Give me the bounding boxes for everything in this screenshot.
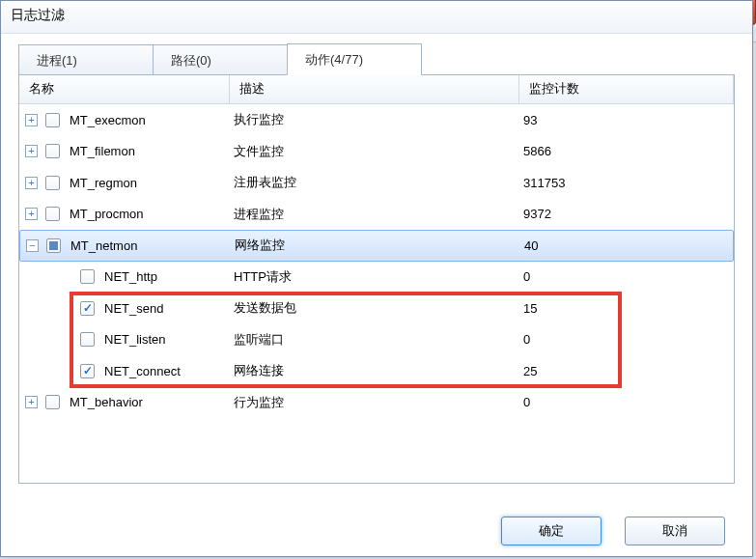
table-row[interactable]: NET_connect网络连接25 bbox=[19, 355, 734, 387]
tab-label: 路径(0) bbox=[171, 52, 211, 70]
table-row[interactable]: NET_listen监听端口0 bbox=[19, 324, 734, 356]
expand-icon[interactable]: + bbox=[25, 145, 38, 157]
row-name: MT_regmon bbox=[70, 176, 137, 190]
column-count[interactable]: 监控计数 bbox=[519, 75, 734, 103]
row-name: MT_filemon bbox=[70, 144, 135, 158]
row-desc: 行为监控 bbox=[230, 394, 519, 411]
dialog-footer: 确定 取消 bbox=[1, 506, 752, 556]
row-desc: 文件监控 bbox=[230, 143, 519, 160]
row-count: 311753 bbox=[519, 176, 734, 190]
table-row[interactable]: +MT_behavior行为监控0 bbox=[19, 387, 734, 419]
row-count: 15 bbox=[519, 301, 734, 316]
table-row[interactable]: +MT_regmon注册表监控311753 bbox=[19, 167, 734, 199]
ok-button[interactable]: 确定 bbox=[501, 517, 602, 545]
tab-process[interactable]: 进程(1) bbox=[18, 44, 154, 75]
dialog-title: 日志过滤 bbox=[1, 1, 752, 34]
table-row[interactable]: NET_send发送数据包15 bbox=[19, 293, 734, 324]
expand-icon[interactable]: + bbox=[25, 208, 38, 220]
table-row[interactable]: +MT_procmon进程监控9372 bbox=[19, 199, 734, 231]
row-count: 0 bbox=[519, 269, 734, 284]
row-desc: HTTP请求 bbox=[230, 268, 519, 286]
row-count: 25 bbox=[519, 364, 734, 378]
expand-icon[interactable]: + bbox=[25, 177, 38, 189]
checkbox[interactable] bbox=[80, 332, 95, 347]
column-desc[interactable]: 描述 bbox=[230, 75, 519, 103]
tab-action[interactable]: 动作(4/77) bbox=[287, 43, 422, 75]
tab-bar: 进程(1) 路径(0) 动作(4/77) bbox=[18, 43, 735, 74]
filter-grid: 名称 描述 监控计数 +MT_execmon执行监控93+MT_filemon文… bbox=[18, 74, 735, 484]
tab-label: 进程(1) bbox=[37, 52, 77, 70]
row-name: MT_netmon bbox=[70, 238, 137, 253]
row-count: 93 bbox=[519, 113, 734, 127]
expand-placeholder bbox=[60, 302, 72, 315]
checkbox[interactable] bbox=[45, 207, 60, 221]
row-desc: 注册表监控 bbox=[230, 174, 519, 191]
checkbox[interactable] bbox=[46, 238, 61, 253]
tab-path[interactable]: 路径(0) bbox=[153, 44, 288, 75]
row-desc: 网络监控 bbox=[231, 237, 520, 254]
row-count: 0 bbox=[519, 395, 734, 409]
row-name: NET_send bbox=[104, 301, 163, 316]
table-row[interactable]: −MT_netmon网络监控40 bbox=[19, 230, 734, 262]
checkbox[interactable] bbox=[45, 176, 60, 190]
grid-header: 名称 描述 监控计数 bbox=[19, 75, 734, 104]
expand-icon[interactable]: + bbox=[25, 396, 38, 408]
row-name: NET_http bbox=[104, 269, 157, 284]
checkbox[interactable] bbox=[80, 364, 95, 378]
checkbox[interactable] bbox=[45, 395, 60, 409]
expand-icon[interactable]: + bbox=[25, 114, 38, 126]
collapse-icon[interactable]: − bbox=[26, 239, 39, 252]
row-name: MT_behavior bbox=[70, 395, 143, 409]
row-count: 40 bbox=[520, 238, 733, 253]
checkbox[interactable] bbox=[80, 269, 95, 284]
row-desc: 监听端口 bbox=[230, 331, 519, 349]
row-name: MT_execmon bbox=[70, 113, 146, 127]
row-name: NET_connect bbox=[104, 364, 181, 378]
expand-placeholder bbox=[60, 270, 72, 283]
row-desc: 网络连接 bbox=[230, 362, 519, 379]
row-desc: 执行监控 bbox=[230, 111, 519, 128]
column-name[interactable]: 名称 bbox=[19, 75, 230, 103]
tab-label: 动作(4/77) bbox=[305, 51, 363, 69]
table-row[interactable]: +MT_filemon文件监控5866 bbox=[19, 136, 734, 168]
row-name: MT_procmon bbox=[70, 207, 144, 221]
grid-rows: +MT_execmon执行监控93+MT_filemon文件监控5866+MT_… bbox=[19, 104, 734, 483]
table-row[interactable]: +MT_execmon执行监控93 bbox=[19, 104, 734, 136]
expand-placeholder bbox=[60, 365, 72, 377]
checkbox[interactable] bbox=[80, 301, 95, 316]
expand-placeholder bbox=[60, 333, 72, 346]
table-row[interactable]: NET_httpHTTP请求0 bbox=[19, 262, 734, 293]
cancel-button[interactable]: 取消 bbox=[625, 517, 725, 545]
row-desc: 发送数据包 bbox=[230, 299, 519, 317]
checkbox[interactable] bbox=[45, 144, 60, 158]
checkbox[interactable] bbox=[45, 113, 60, 127]
row-count: 9372 bbox=[519, 207, 734, 221]
log-filter-dialog: 日志过滤 进程(1) 路径(0) 动作(4/77) 名称 描述 监控计数 +MT… bbox=[0, 0, 753, 557]
row-desc: 进程监控 bbox=[230, 206, 519, 223]
row-name: NET_listen bbox=[104, 332, 166, 347]
row-count: 5866 bbox=[519, 144, 734, 158]
row-count: 0 bbox=[519, 332, 734, 347]
